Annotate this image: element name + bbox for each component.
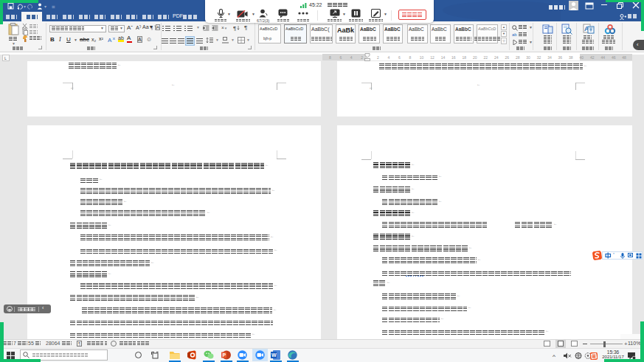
svg-text:ab: ab <box>512 32 517 37</box>
svg-text:¶: ¶ <box>150 26 153 30</box>
svg-text:P: P <box>223 352 226 358</box>
svg-text:=: = <box>52 4 55 10</box>
svg-text:¶: ¶ <box>233 25 236 31</box>
svg-text:▾: ▾ <box>44 4 46 9</box>
svg-text:A: A <box>108 37 112 43</box>
svg-text:W: W <box>271 352 277 358</box>
svg-text:▾: ▾ <box>24 4 26 9</box>
